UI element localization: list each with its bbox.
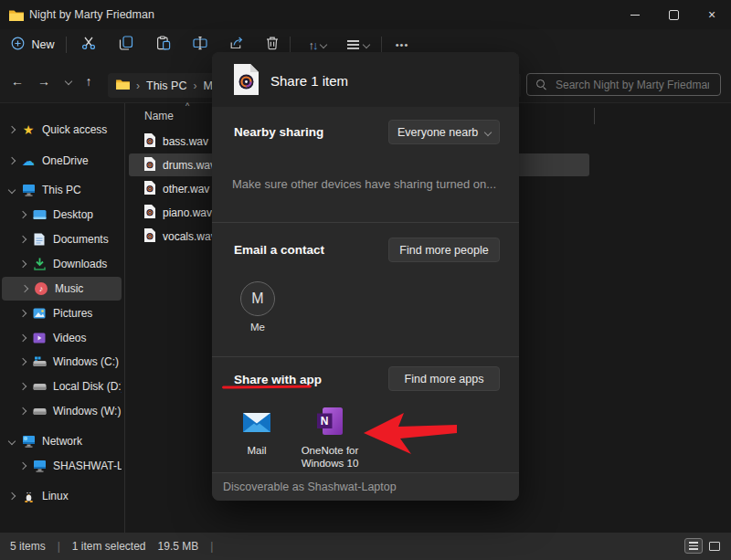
sidebar-item-label: Documents <box>53 233 109 246</box>
sidebar-item-desktop[interactable]: Desktop <box>0 203 122 227</box>
sidebar-item-windows-w[interactable]: Windows (W:) <box>0 399 122 423</box>
copy-icon <box>119 36 133 54</box>
details-view-button[interactable] <box>684 538 703 554</box>
app-item-onenote[interactable]: N OneNote for Windows 10 <box>299 407 361 470</box>
sidebar-item-linux[interactable]: Linux <box>0 484 122 508</box>
back-button[interactable]: ← <box>5 69 30 94</box>
file-row-drums-selected[interactable]: drums.wav <box>144 153 216 176</box>
sidebar-item-quick-access[interactable]: ★ Quick access <box>0 118 122 142</box>
find-more-people-button[interactable]: Find more people <box>388 238 500 262</box>
nearby-sharing-label: Nearby sharing <box>234 125 323 139</box>
close-icon: × <box>708 7 715 22</box>
rename-icon <box>193 36 207 54</box>
nearby-sharing-note: Make sure other devices have sharing tur… <box>232 177 496 191</box>
file-name: other.wav <box>163 183 209 195</box>
shared-audio-file-icon <box>234 64 259 99</box>
search-input[interactable] <box>554 78 711 92</box>
up-button[interactable]: ↑ <box>76 69 101 94</box>
drive-icon <box>32 379 47 394</box>
chevron-right-icon[interactable] <box>19 260 26 268</box>
column-header-name[interactable]: Name <box>144 105 174 127</box>
share-icon <box>229 36 244 54</box>
file-row-bass[interactable]: bass.wav <box>144 130 208 153</box>
sidebar-item-label: Downloads <box>53 258 107 270</box>
items-count: 5 items <box>10 540 46 553</box>
find-more-apps-button[interactable]: Find more apps <box>388 366 500 391</box>
contact-avatar[interactable]: M <box>240 281 275 316</box>
contact-name: Me <box>240 322 275 333</box>
sidebar-item-network[interactable]: Network <box>0 429 122 453</box>
sidebar-item-windows-c[interactable]: Windows (C:) <box>0 350 122 374</box>
sidebar-item-local-disk-d[interactable]: Local Disk (D:) <box>0 375 122 398</box>
file-row-vocals[interactable]: vocals.wav <box>144 225 217 248</box>
computer-icon <box>32 459 47 473</box>
titlebar: Night by Marty Friedman × <box>0 0 731 29</box>
document-icon <box>32 232 47 247</box>
chevron-right-icon[interactable] <box>8 157 16 164</box>
sidebar-item-downloads[interactable]: Downloads <box>0 252 122 276</box>
sidebar-item-label: Videos <box>53 332 86 344</box>
app-item-mail[interactable]: Mail <box>234 410 280 458</box>
minimize-button[interactable] <box>616 0 654 29</box>
share-dialog-footer: Discoverable as Shashwat-Laptop <box>212 472 519 501</box>
sidebar-item-onedrive[interactable]: ☁ OneDrive <box>0 149 122 173</box>
copy-button[interactable] <box>111 32 141 58</box>
sidebar-item-pictures[interactable]: Pictures <box>0 301 122 325</box>
view-toggles <box>684 538 724 554</box>
sidebar-item-label: Windows (C:) <box>53 355 119 368</box>
share-dialog-title: Share 1 item <box>270 73 348 89</box>
file-name: piano.wav <box>163 206 212 219</box>
chevron-right-icon[interactable] <box>19 211 26 218</box>
chevron-right-icon[interactable] <box>19 236 26 243</box>
sidebar-item-music[interactable]: ♪ Music <box>2 277 122 301</box>
file-name: vocals.wav <box>163 230 217 243</box>
file-row-piano[interactable]: piano.wav <box>144 201 212 224</box>
chevron-right-icon[interactable] <box>19 383 26 390</box>
system-drive-icon <box>32 354 47 369</box>
discoverable-text: Discoverable as Shashwat-Laptop <box>223 481 397 493</box>
status-separator: | <box>210 540 213 553</box>
chevron-right-icon[interactable] <box>8 126 16 133</box>
sidebar-item-label: SHASHWAT-LAPTOP <box>53 460 122 472</box>
sort-icon: ↑↓ <box>309 38 317 52</box>
chevron-right-icon[interactable] <box>19 310 26 317</box>
paste-button[interactable] <box>149 32 178 58</box>
maximize-button[interactable] <box>654 0 693 29</box>
sidebar-item-this-pc[interactable]: This PC <box>0 178 122 202</box>
file-name: bass.wav <box>163 135 208 148</box>
sidebar-item-shashwat-laptop[interactable]: SHASHWAT-LAPTOP <box>0 454 122 478</box>
rename-button[interactable] <box>185 32 215 58</box>
trash-icon <box>265 36 280 54</box>
chevron-right-icon[interactable] <box>19 334 26 342</box>
chevron-right-icon[interactable] <box>19 358 26 365</box>
chevron-right-icon[interactable] <box>8 492 16 500</box>
audio-file-icon <box>144 157 155 174</box>
toolbar-separator <box>66 37 67 53</box>
red-underline-annotation <box>222 385 312 388</box>
nearby-sharing-dropdown[interactable]: Everyone nearb <box>388 120 500 144</box>
file-row-other[interactable]: other.wav <box>144 177 209 200</box>
column-separator[interactable] <box>594 108 595 124</box>
close-button[interactable]: × <box>693 0 731 29</box>
chevron-down-icon <box>363 41 370 48</box>
chevron-right-icon[interactable] <box>21 285 28 292</box>
breadcrumb-item-this-pc[interactable]: This PC <box>146 79 186 92</box>
cut-button[interactable] <box>74 32 103 58</box>
pane-divider <box>124 103 125 533</box>
forward-button[interactable]: → <box>31 69 57 94</box>
chevron-right-icon[interactable] <box>19 407 26 415</box>
large-icons-view-button[interactable] <box>705 538 724 554</box>
chevron-right-icon[interactable] <box>19 462 26 470</box>
sidebar-item-videos[interactable]: Videos <box>0 326 122 350</box>
sidebar-item-label: Music <box>55 282 83 295</box>
details-view-icon <box>689 542 698 550</box>
star-icon: ★ <box>21 122 36 137</box>
sidebar-item-documents[interactable]: Documents <box>0 227 122 251</box>
file-explorer-window: Night by Marty Friedman × New <box>0 0 731 560</box>
new-button[interactable]: New <box>7 32 58 58</box>
forward-icon: → <box>37 74 50 89</box>
chevron-down-icon[interactable] <box>8 438 16 445</box>
chevron-down-icon[interactable] <box>8 186 16 194</box>
share-dialog: Share 1 item Nearby sharing Everyone nea… <box>212 52 519 501</box>
search-box[interactable] <box>526 73 721 96</box>
